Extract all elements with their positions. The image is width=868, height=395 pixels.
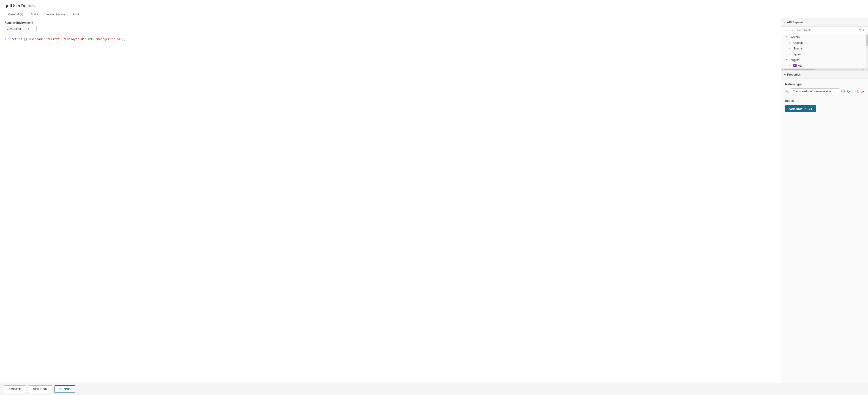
runtime-label: Runtime Environment: [5, 21, 776, 24]
properties-title: Properties: [787, 73, 801, 76]
scroll-thumb-horizontal: [784, 69, 815, 70]
tab-version-history[interactable]: Version History: [42, 11, 69, 18]
line-number-1: 1: [5, 37, 11, 42]
tree-vertical-scrollbar[interactable]: [866, 34, 868, 68]
nav-back-button[interactable]: ←: [783, 28, 788, 32]
filter-options-icon[interactable]: ▽: [859, 28, 862, 32]
ad-plugin-icon: AD: [793, 64, 797, 67]
return-type-clear-button[interactable]: [841, 90, 845, 93]
filter-input[interactable]: [796, 29, 858, 32]
scroll-track-horizontal: [784, 69, 862, 70]
tab-general[interactable]: General i: [5, 11, 27, 18]
editor-toolbar: Runtime Environment JavaScript ▾: [0, 18, 781, 35]
editor-panel: Runtime Environment JavaScript ▾ 1 retur…: [0, 18, 781, 383]
properties-header[interactable]: ▾ Properties: [781, 70, 868, 79]
return-type-row: 🔍 CompositeType(username:string,employee…: [785, 88, 864, 94]
system-chevron-icon: ▾: [785, 35, 788, 38]
types-chevron-icon: ›: [789, 53, 792, 56]
array-label: Array: [857, 90, 864, 93]
api-explorer-header[interactable]: ▾ API Explorer: [781, 18, 868, 27]
general-info-icon[interactable]: i: [20, 13, 23, 16]
tree-scroll-wrap: ▾ System › Objects › Enums › Types: [781, 34, 868, 68]
array-checkbox[interactable]: [852, 90, 856, 93]
tree-label-enums: Enums: [793, 47, 803, 50]
version-button[interactable]: VERSION: [28, 385, 52, 393]
create-button[interactable]: CREATE: [4, 385, 26, 393]
return-type-label: Return type: [785, 83, 864, 86]
tree-item-system[interactable]: ▾ System: [781, 34, 866, 40]
nav-forward-button[interactable]: →: [789, 28, 794, 32]
api-explorer-title: API Explorer: [787, 21, 804, 24]
clear-icon: [841, 90, 845, 93]
filter-icons: ▽ ↻: [859, 28, 866, 32]
tab-script[interactable]: Script: [27, 11, 42, 18]
runtime-select-row: JavaScript ▾: [5, 26, 776, 32]
objects-chevron-icon: ›: [789, 41, 792, 44]
return-type-refresh-button[interactable]: [847, 90, 850, 93]
tab-bar: General i Script Version History Audit: [5, 11, 863, 18]
chevron-down-icon: ▾: [28, 27, 29, 30]
page-title: getUserDetails: [5, 3, 863, 8]
filter-bar: ← → ▽ ↻: [781, 27, 868, 34]
code-editor[interactable]: 1 return [{"username":"Fritz", "employee…: [0, 35, 781, 383]
scroll-right-icon[interactable]: ▸: [863, 68, 864, 70]
refresh-icon: [847, 90, 850, 93]
api-explorer: ▾ API Explorer ← → ▽ ↻: [781, 18, 868, 70]
right-panel: ▾ API Explorer ← → ▽ ↻: [781, 18, 868, 383]
tree-scroll-thumb: [866, 35, 868, 46]
properties-chevron-icon: ▾: [784, 73, 786, 76]
tree-item-ad[interactable]: › AD AD: [781, 63, 866, 68]
inputs-label: Inputs: [785, 99, 864, 102]
refresh-icon[interactable]: ↻: [863, 28, 866, 32]
scroll-left-icon[interactable]: ◂: [782, 68, 783, 70]
tree-label-ad: AD: [798, 64, 802, 67]
page-header: getUserDetails General i Script Version …: [0, 0, 868, 18]
array-checkbox-row: Array: [852, 90, 864, 93]
tree-item-plugins[interactable]: ▾ Plugins: [781, 57, 866, 63]
close-button[interactable]: CLOSE: [55, 385, 75, 393]
ad-chevron-icon: ›: [789, 64, 792, 67]
tree-label-system: System: [790, 35, 800, 39]
tree-container: ▾ System › Objects › Enums › Types: [781, 34, 866, 68]
api-explorer-chevron: ▾: [784, 21, 785, 24]
runtime-dropdown[interactable]: JavaScript ▾: [5, 26, 37, 32]
tab-audit[interactable]: Audit: [69, 11, 83, 18]
tree-item-objects[interactable]: › Objects: [781, 40, 866, 45]
tree-label-plugins: Plugins: [790, 58, 800, 62]
inputs-section: Inputs ADD NEW INPUT: [785, 99, 864, 112]
plugins-chevron-icon: ▾: [785, 58, 788, 61]
return-type-input[interactable]: CompositeType(username:string,employeeId…: [790, 88, 839, 94]
runtime-value: JavaScript: [7, 27, 21, 30]
code-line-1: 1 return [{"username":"Fritz", "employee…: [5, 37, 776, 42]
tree-item-enums[interactable]: › Enums: [781, 45, 866, 51]
code-content-1: return [{"username":"Fritz", "employeeId…: [11, 37, 776, 42]
add-new-input-button[interactable]: ADD NEW INPUT: [785, 105, 816, 112]
main-content: Runtime Environment JavaScript ▾ 1 retur…: [0, 18, 868, 383]
scroll-corner: [865, 69, 867, 70]
tree-label-objects: Objects: [793, 41, 803, 44]
tree-label-types: Types: [793, 53, 801, 56]
horizontal-scroll-area[interactable]: ◂ ▸: [781, 68, 868, 70]
properties-section: ▾ Properties Return type 🔍 CompositeType…: [781, 70, 868, 383]
enums-chevron-icon: ›: [789, 47, 792, 50]
tree-item-types[interactable]: › Types: [781, 51, 866, 57]
properties-body: Return type 🔍 CompositeType(username:str…: [781, 79, 868, 116]
filter-nav: ← →: [783, 28, 794, 32]
bottom-bar: CREATE VERSION CLOSE: [0, 383, 868, 395]
return-type-search-icon: 🔍: [785, 90, 789, 93]
